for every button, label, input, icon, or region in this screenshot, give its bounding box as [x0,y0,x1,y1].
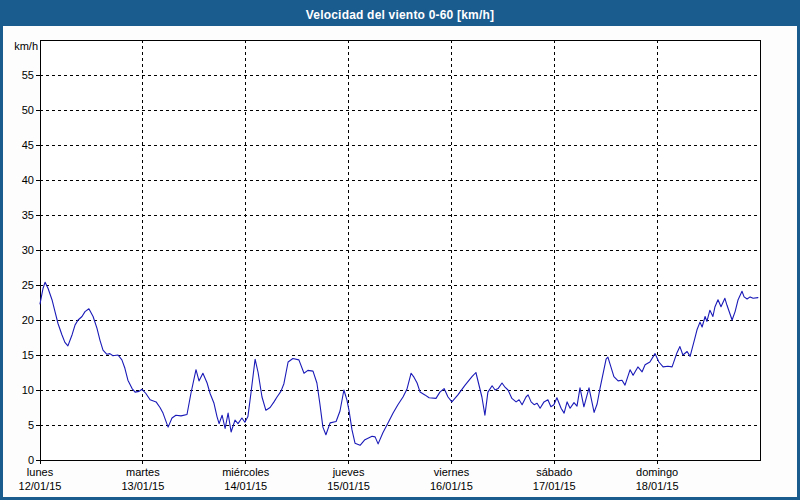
x-day-label: jueves [332,466,365,478]
x-date-label: 18/01/15 [636,480,679,492]
x-day-label: miércoles [222,466,270,478]
y-tick-label: 0 [28,454,34,466]
y-tick-label: 5 [28,419,34,431]
y-tick-label: 40 [22,174,34,186]
y-tick-label: 20 [22,314,34,326]
x-day-label: martes [126,466,160,478]
x-date-label: 14/01/15 [224,480,267,492]
x-date-label: 13/01/15 [121,480,164,492]
wind-speed-chart: 0510152025303540455055lunes12/01/15marte… [0,0,800,500]
x-date-label: 12/01/15 [19,480,62,492]
x-date-label: 15/01/15 [327,480,370,492]
x-date-label: 17/01/15 [533,480,576,492]
y-tick-label: 10 [22,384,34,396]
x-day-label: domingo [636,466,678,478]
x-day-label: sábado [536,466,572,478]
x-day-label: lunes [27,466,54,478]
x-day-label: viernes [434,466,470,478]
y-tick-label: 50 [22,104,34,116]
y-tick-label: 55 [22,69,34,81]
x-date-label: 16/01/15 [430,480,473,492]
y-axis-unit-label: km/h [14,40,38,52]
y-tick-label: 30 [22,244,34,256]
y-tick-label: 45 [22,139,34,151]
y-tick-label: 35 [22,209,34,221]
y-tick-label: 15 [22,349,34,361]
y-tick-label: 25 [22,279,34,291]
